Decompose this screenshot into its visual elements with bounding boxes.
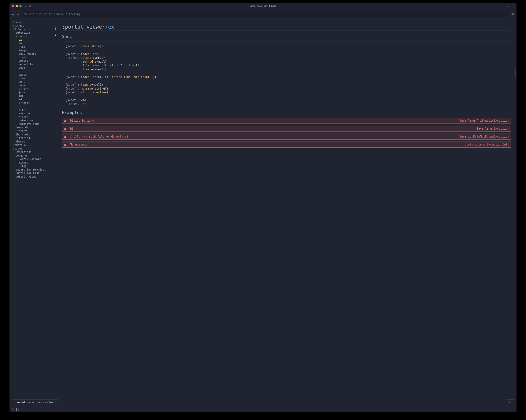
example-row[interactable]: hijava.lang.Exception [62,126,511,132]
nav-item-log[interactable]: log [10,41,57,45]
spec-heading: Spec [62,34,511,39]
example-class: java.io.FileNotFoundException [457,134,511,140]
nav-item-ex[interactable]: ex [10,38,57,42]
nav-item-text[interactable]: text [10,80,57,84]
nav-item-pr-str[interactable]: pr-str [10,87,57,91]
nav-item--log[interactable]: μ/log [10,164,57,168]
copy-icon[interactable]: ⧉ [12,408,14,411]
title-name: ex [108,24,114,30]
nav-item-vega-lite[interactable]: vega-lite [10,63,57,66]
nav-item-ui-concepts[interactable]: UI Concepts [10,28,57,31]
nav-item-relative-time[interactable]: relative-time [10,122,57,126]
terminal-button[interactable]: >_ [507,399,514,405]
nav-item-viewers[interactable]: Viewers [10,35,57,38]
nav-item-prepl[interactable]: prepl [10,56,57,59]
toolbar: ← → ⊘ [10,10,516,19]
viewer-select[interactable]: :portal.viewer/inspector ⌄ [12,400,59,405]
history-back-icon[interactable]: ← [12,12,14,16]
titlebar: ← ⟳ portal-docs - jvm - 0.35.0 ✦ ⋮ [10,3,516,10]
warning-icon [62,142,68,147]
browser-back-icon[interactable]: ← [25,4,27,8]
examples-list: Divide by zerojava.lang.ArithmeticExcept… [62,118,511,148]
warning-icon [62,118,68,123]
nav-item-json[interactable]: json [10,91,57,94]
close-window-icon[interactable] [12,5,14,7]
nav-item-logging[interactable]: Logging [10,154,57,158]
nav-item-date-time[interactable]: date-time [10,119,57,122]
nav-item-image[interactable]: image [10,49,57,52]
example-message: /hello (No such file or directory) [68,134,457,140]
viewer-select-label: :portal.viewer/inspector [14,401,54,404]
sidebar[interactable]: ReadmeChangesUI ConceptsSelectionViewers… [10,19,57,398]
nav-item-bin[interactable]: bin [10,70,57,73]
minimize-window-icon[interactable] [16,5,18,7]
footer: :portal.viewer/inspector ⌄ >_ ⧉ [] [10,398,516,412]
terminal-icon: >_ [509,401,512,404]
browser-nav: ← ⟳ [25,4,31,8]
nav-item-jwt[interactable]: jwt [10,94,57,98]
nav-item-portal-console[interactable]: Portal Console [10,158,57,161]
chevron-down-icon: ⌄ [55,401,57,403]
nav-item-http[interactable]: http [10,45,57,49]
nav-item-hiccup[interactable]: hiccup [10,115,57,119]
scrollbar-thumb[interactable] [515,69,516,77]
nav-item-tree[interactable]: tree [10,77,57,80]
nav-item-guides[interactable]: Guides [10,147,57,150]
nav-item-changes[interactable]: Changes [10,24,57,28]
maximize-window-icon[interactable] [19,5,22,7]
nav-item-diff[interactable]: diff [10,108,57,112]
nav-item-remote-api[interactable]: Remote API [10,143,57,147]
nav-item-filtering[interactable]: Filtering [10,136,57,140]
nav-item-history[interactable]: History [10,129,57,133]
nav-item-code[interactable]: code [10,84,57,87]
nav-item-table[interactable]: table [10,73,57,77]
path-breadcrumb[interactable]: [] [16,408,19,411]
nav-item-themes[interactable]: Themes [10,140,57,143]
nav-item-vega[interactable]: vega [10,66,57,70]
spec-code-block[interactable]: (s/def ::cause string?) (s/def ::trace-l… [62,41,511,106]
nav-item-edn[interactable]: edn [10,98,57,101]
extensions-icon[interactable]: ✦ [507,5,509,8]
nav-item-timbre[interactable]: Timbre [10,161,57,164]
example-row[interactable]: Divide by zerojava.lang.ArithmeticExcept… [62,118,511,124]
nav-item-shortcuts[interactable]: Shortcuts [10,133,57,136]
nav-item-custom-tap-list[interactable]: Custom Tap List [10,171,57,175]
nav-item-default-viewer[interactable]: Default Viewer [10,175,57,179]
nav-item-selection[interactable]: Selection [10,31,57,35]
examples-heading: Examples [62,110,511,115]
spec-code: (s/def ::cause string?) (s/def ::trace-l… [65,44,508,106]
nav-tree: ReadmeChangesUI ConceptsSelectionViewers… [10,20,57,179]
history-forward-icon[interactable]: → [17,12,19,16]
nav-item-test-report[interactable]: test-report [10,52,57,56]
example-class: clojure.lang.ExceptionInfo [463,142,511,147]
example-message: Divide by zero [68,118,457,123]
nav-item-javascript-promises[interactable]: JavaScript Promises [10,168,57,171]
body: ReadmeChangesUI ConceptsSelectionViewers… [10,19,516,398]
window-controls [12,5,22,7]
example-message: hi [68,126,475,131]
warning-icon [62,126,68,131]
example-class: java.lang.Exception [475,126,511,131]
example-row[interactable]: /hello (No such file or directory)java.i… [62,134,511,140]
nav-item-markdown[interactable]: markdown [10,112,57,115]
nav-item-transit[interactable]: transit [10,101,57,105]
app-window: ← ⟳ portal-docs - jvm - 0.35.0 ✦ ⋮ ← → ⊘… [10,3,516,412]
window-title: portal-docs - jvm - 0.35.0 [10,5,516,7]
nav-item-csv[interactable]: csv [10,105,57,108]
example-row[interactable]: My messageclojure.lang.ExceptionInfo [62,141,511,148]
main-content[interactable]: :portal.viewer/ex Spec (s/def ::cause st… [57,19,516,398]
clear-icon[interactable]: ⊘ [512,12,514,16]
kebab-menu-icon[interactable]: ⋮ [511,5,514,8]
page-title: :portal.viewer/ex [62,24,511,31]
nav-item-exceptions[interactable]: Exceptions [10,150,57,154]
nav-item-readme[interactable]: Readme [10,20,57,24]
example-message: My message [68,142,463,147]
filter-input[interactable] [22,11,509,17]
nav-item-pprint[interactable]: pprint [10,59,57,63]
warning-icon [62,134,68,140]
nav-item-commands[interactable]: Commands [10,126,57,129]
example-class: java.lang.ArithmeticException [457,118,511,123]
browser-reload-icon[interactable]: ⟳ [29,4,31,8]
title-namespace: :portal.viewer/ [62,24,108,30]
